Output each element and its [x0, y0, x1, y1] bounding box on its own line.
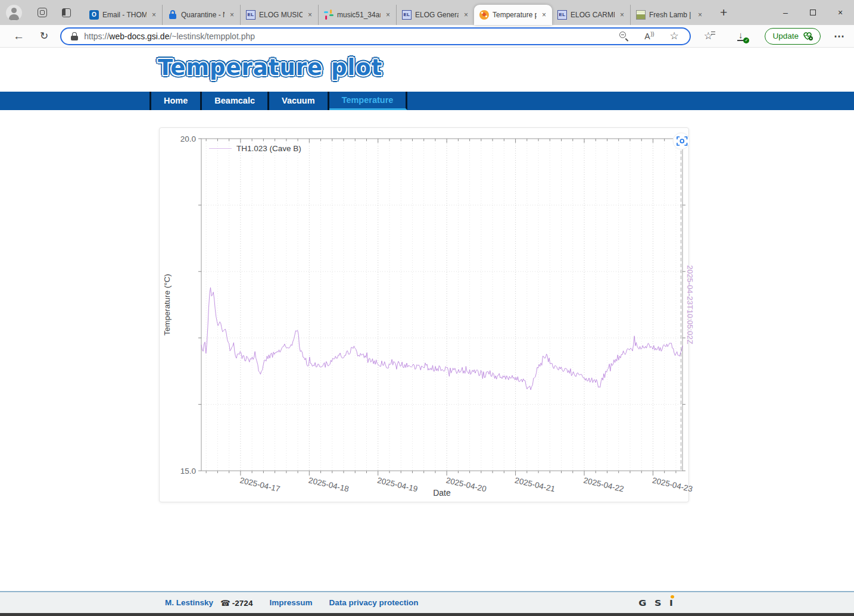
slack-icon: [324, 10, 334, 20]
update-label: Update: [772, 32, 799, 40]
legend-label: TH1.023 (Cave B): [236, 144, 301, 153]
browser-toolbar: ← ↻ https://web-docs.gsi.de/~lestinsk/te…: [0, 25, 854, 48]
collections-icon[interactable]: ☆: [704, 30, 715, 42]
elog-icon: EL: [246, 10, 255, 20]
privacy-link[interactable]: Data privacy protection: [329, 598, 418, 607]
tab-title: music51_34ar: [337, 11, 381, 19]
x-tick-label: 2025-04-20: [445, 476, 488, 493]
tab-title: Temperature p: [493, 11, 537, 19]
site-lock-icon[interactable]: [71, 32, 78, 40]
plot-frame: [201, 139, 682, 471]
y-axis-title: Temperature (°C): [163, 274, 172, 336]
elog-icon: EL: [402, 10, 412, 20]
nav-item-home[interactable]: Home: [151, 92, 202, 110]
tab-close-icon[interactable]: ×: [462, 10, 470, 20]
maximize-button[interactable]: [799, 0, 827, 25]
x-tick-label: 2025-04-21: [514, 476, 556, 493]
tab-strip: O Email - THOM × Quarantine - N × EL ELO…: [0, 0, 854, 25]
refresh-button[interactable]: ↻: [36, 30, 52, 42]
tab-close-icon[interactable]: ×: [228, 10, 236, 20]
profile-avatar[interactable]: [6, 5, 22, 21]
tab-fresh-lamb[interactable]: Fresh Lamb | W ×: [630, 5, 708, 25]
tab-close-icon[interactable]: ×: [618, 10, 626, 20]
tab-title: ELOG General: [415, 11, 459, 19]
workspaces-icon[interactable]: [38, 8, 47, 17]
tab-elog-carme[interactable]: EL ELOG CARME ×: [552, 5, 630, 25]
url-text[interactable]: https://web-docs.gsi.de/~lestinsk/temppl…: [84, 32, 255, 41]
tab-close-icon[interactable]: ×: [306, 10, 314, 20]
author-link[interactable]: M. Lestinsky: [165, 598, 213, 607]
outlook-icon: O: [89, 10, 99, 20]
tab-title: Fresh Lamb | W: [649, 11, 693, 19]
lock-icon: [168, 10, 177, 20]
downloads-icon[interactable]: ↓ ✓: [737, 31, 747, 42]
zoom-out-icon[interactable]: [619, 32, 629, 41]
x-tick-label: 2025-04-22: [582, 476, 625, 493]
chart-card: 20.015.02025-04-172025-04-182025-04-1920…: [159, 127, 689, 502]
page-footer: M. Lestinsky ☎-2724 Impressum Data priva…: [0, 591, 854, 613]
settings-more-icon[interactable]: ⋯: [834, 30, 844, 43]
tab-elog-general[interactable]: EL ELOG General ×: [396, 5, 474, 25]
atom-icon: [479, 10, 489, 20]
taskbar-sliver: [0, 613, 854, 616]
back-button[interactable]: ←: [10, 30, 28, 43]
close-button[interactable]: ×: [827, 0, 854, 25]
tab-actions-icon[interactable]: [62, 8, 71, 17]
nav-item-vacuum[interactable]: Vacuum: [269, 92, 329, 110]
series-line: [201, 287, 682, 390]
timestamp-annotation: 2025-04-23T10:05:02Z: [685, 265, 694, 345]
tab-title: Quarantine - N: [181, 11, 225, 19]
gsi-logo: G S I: [638, 598, 675, 608]
address-bar[interactable]: https://web-docs.gsi.de/~lestinsk/temppl…: [60, 27, 691, 45]
minimize-button[interactable]: –: [772, 0, 799, 25]
url-path: /~lestinsk/tempplot.php: [169, 32, 255, 41]
x-tick-label: 2025-04-19: [376, 476, 419, 493]
tab-quarantine[interactable]: Quarantine - N ×: [162, 5, 240, 25]
x-tick-label: 2025-04-23: [652, 476, 694, 493]
y-tick-label: 20.0: [180, 135, 196, 143]
nav-item-temperature[interactable]: Temperature: [329, 92, 408, 110]
tab-elog-music5[interactable]: EL ELOG MUSIC5 ×: [240, 5, 318, 25]
tab-close-icon[interactable]: ×: [384, 10, 392, 20]
x-tick-label: 2025-04-18: [308, 476, 350, 493]
phone-icon: ☎: [220, 599, 230, 608]
tab-title: ELOG CARME: [571, 11, 615, 19]
tab-close-icon[interactable]: ×: [696, 10, 704, 20]
tab-slack[interactable]: music51_34ar ×: [318, 5, 396, 25]
main-navigation: Home Beamcalc Vacuum Temperature: [0, 92, 854, 110]
download-done-badge: ✓: [743, 37, 749, 43]
browser-health-icon: [803, 32, 813, 40]
read-aloud-icon[interactable]: A)): [644, 31, 654, 41]
address-bar-icons: A)) ☆: [619, 30, 682, 42]
gsi-logo-dot: [671, 595, 674, 599]
url-host: web-docs.gsi.de: [109, 32, 169, 41]
favorite-star-icon[interactable]: ☆: [670, 30, 679, 42]
fresh-lamb-icon: [636, 10, 646, 20]
tab-title: ELOG MUSIC5: [259, 11, 303, 19]
avatar-body-icon: [9, 14, 19, 20]
tab-close-icon[interactable]: ×: [540, 10, 548, 20]
impressum-link[interactable]: Impressum: [269, 598, 312, 607]
new-tab-button[interactable]: +: [715, 5, 732, 20]
browser-window: O Email - THOM × Quarantine - N × EL ELO…: [0, 0, 854, 616]
window-controls: – ×: [772, 0, 854, 25]
tab-temperature-active[interactable]: Temperature p ×: [474, 5, 552, 25]
tab-title: Email - THOM: [102, 11, 147, 19]
tab-email[interactable]: O Email - THOM ×: [84, 5, 162, 25]
page-content: Temperature plot Home Beamcalc Vacuum Te…: [0, 48, 854, 616]
url-scheme: https://: [84, 32, 109, 41]
nav-spacer: [0, 92, 151, 110]
update-button[interactable]: Update: [765, 28, 821, 45]
elog-icon: EL: [557, 10, 567, 20]
avatar-head-icon: [11, 8, 17, 13]
tabs-container: O Email - THOM × Quarantine - N × EL ELO…: [84, 0, 708, 25]
expand-icon-bg: [673, 133, 690, 149]
y-tick-label: 15.0: [180, 467, 196, 476]
x-axis-title: Date: [433, 488, 451, 498]
page-title: Temperature plot: [158, 55, 382, 80]
tab-close-icon[interactable]: ×: [150, 10, 158, 20]
temperature-chart: 20.015.02025-04-172025-04-182025-04-1920…: [160, 128, 690, 503]
maximize-icon: [810, 10, 816, 15]
x-tick-label: 2025-04-17: [239, 476, 281, 493]
nav-item-beamcalc[interactable]: Beamcalc: [202, 92, 269, 110]
